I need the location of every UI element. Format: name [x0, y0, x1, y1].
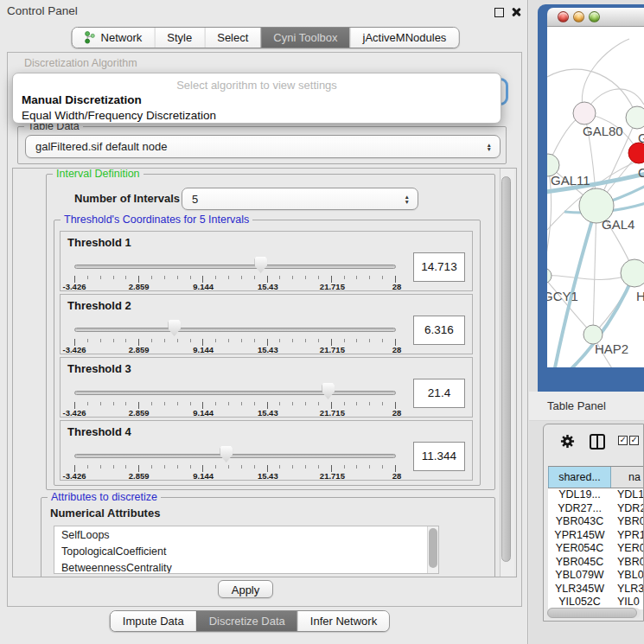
combo-spinner-icon: ▲▼	[487, 142, 492, 151]
node-gal80[interactable]	[573, 102, 596, 124]
list-scrollbar[interactable]	[427, 526, 438, 573]
tab-cyni-toolbox-label: Cyni Toolbox	[273, 31, 337, 44]
combo-spinner-icon: ▲▼	[405, 194, 410, 204]
slider-thumb[interactable]	[220, 446, 233, 462]
threshold-2-slider[interactable]: -3.426 2.859 9.144 15.43 21.715 28	[74, 321, 397, 354]
threshold-4-slider[interactable]: -3.426 2.859 9.144 15.43 21.715 28	[74, 447, 397, 480]
threshold-3-value-field[interactable]: 21.4	[413, 379, 465, 408]
node-h[interactable]	[621, 259, 644, 287]
column-header-name[interactable]: na	[611, 467, 644, 488]
settings-scrollbar[interactable]	[500, 169, 514, 577]
list-item[interactable]: SelfLoops	[54, 526, 438, 543]
node-label-hap2: HAP2	[595, 341, 628, 356]
network-view-window[interactable]: GAL80 GAL11 GAL4 GCY1 HAP2 G C H	[538, 4, 644, 392]
tab-infer-network[interactable]: Infer Network	[297, 611, 389, 631]
tab-select[interactable]: Select	[204, 28, 260, 48]
discretization-settings-panel: Interval Definition Number of Intervals …	[12, 168, 517, 577]
tab-cyni-toolbox[interactable]: Cyni Toolbox	[260, 28, 349, 48]
minimize-traffic-light-icon[interactable]	[573, 11, 584, 22]
threshold-4-label: Threshold 4	[67, 425, 131, 438]
node-attribute-table: shared... na YDL19...YDL1 YDR27...YDR2 Y…	[548, 466, 644, 609]
tab-style-label: Style	[167, 31, 192, 44]
number-of-intervals-combo[interactable]: 5 ▲▼	[182, 188, 418, 210]
slider-track[interactable]	[74, 328, 396, 332]
float-window-icon[interactable]	[494, 8, 504, 17]
threshold-2-panel: Threshold 2 -3.426 2.859 9.144 15.43 21.…	[60, 294, 473, 354]
apply-button[interactable]: Apply	[218, 580, 273, 598]
table-row[interactable]: YPR145WYPR1	[548, 529, 644, 543]
table-row[interactable]: YBR043CYBR0	[548, 515, 644, 529]
list-item[interactable]: TopologicalCoefficient	[54, 543, 438, 559]
numerical-attributes-label: Numerical Attributes	[50, 507, 160, 520]
table-row[interactable]: YBR045CYBR0	[548, 556, 644, 570]
application-window: Control Panel Network Style	[0, 0, 644, 644]
slider-thumb[interactable]	[254, 257, 267, 273]
table-horizontal-scrollbar[interactable]	[547, 608, 641, 618]
interval-definition-group-title: Interval Definition	[53, 168, 143, 180]
node-label-partial-h: H	[636, 289, 644, 303]
table-row[interactable]: YER054CYER0	[548, 542, 644, 556]
algorithm-option-manual-discretization[interactable]: Manual Discretization	[22, 93, 142, 106]
slider-thumb[interactable]	[322, 383, 335, 399]
network-window-titlebar[interactable]	[547, 8, 644, 27]
numerical-attributes-list[interactable]: SelfLoops TopologicalCoefficient Between…	[54, 526, 439, 574]
algorithm-option-equal-width-frequency[interactable]: Equal Width/Frequency Discretization	[22, 109, 216, 122]
control-panel-title: Control Panel	[7, 4, 78, 17]
gear-icon[interactable]	[560, 434, 575, 449]
network-graph: GAL80 GAL11 GAL4 GCY1 HAP2 G C H	[547, 27, 644, 367]
slider-tick-labels: -3.426 2.859 9.144 15.43 21.715 28	[74, 282, 397, 292]
threshold-1-slider[interactable]: -3.426 2.859 9.144 15.43 21.715 28	[74, 258, 397, 290]
network-canvas[interactable]: GAL80 GAL11 GAL4 GCY1 HAP2 G C H	[547, 27, 644, 367]
tab-network[interactable]: Network	[73, 28, 155, 48]
threshold-4-panel: Threshold 4 -3.426 2.859 9.144 15.43 21.…	[60, 420, 473, 481]
node-selected-red[interactable]	[628, 143, 644, 163]
threshold-2-label: Threshold 2	[67, 299, 131, 312]
column-header-shared-name[interactable]: shared...	[548, 467, 611, 488]
tab-network-label: Network	[101, 31, 143, 44]
slider-thumb[interactable]	[168, 320, 181, 336]
threshold-3-panel: Threshold 3 -3.426 2.859 9.144 15.43 21.…	[60, 357, 473, 418]
tab-jactivemnodules[interactable]: jActiveMNodules	[350, 28, 459, 48]
table-horizontal-scrollbar-thumb[interactable]	[547, 608, 637, 618]
tab-style[interactable]: Style	[154, 28, 204, 48]
zoom-traffic-light-icon[interactable]	[589, 11, 600, 22]
threshold-1-value-field[interactable]: 14.713	[413, 252, 465, 282]
table-row[interactable]: YBL079WYBL0	[548, 569, 644, 583]
node-label-partial-g: G	[638, 131, 644, 145]
network-icon	[85, 31, 96, 44]
cyni-bottom-tabbar: Impute Data Discretize Data Infer Networ…	[110, 610, 390, 632]
table-panel-title: Table Panel	[547, 399, 606, 412]
list-item[interactable]: BetweennessCentrality	[54, 559, 438, 574]
threshold-4-value-field[interactable]: 11.344	[413, 442, 465, 471]
slider-tick-labels: -3.426 2.859 9.144 15.43 21.715 28	[74, 408, 397, 418]
threshold-1-panel: Threshold 1 -3.426 2.859 9.144 15.43 21.…	[60, 231, 473, 291]
slider-tick-labels: -3.426 2.859 9.144 15.43 21.715 28	[74, 345, 397, 355]
node-gcy1[interactable]	[547, 268, 552, 284]
threshold-2-value-field[interactable]: 6.316	[413, 316, 465, 345]
control-panel-titlebar: Control Panel	[0, 0, 527, 22]
thresholds-group-title: Threshold's Coordinates for 5 Intervals	[61, 214, 252, 226]
node-clipped-top-right[interactable]	[626, 106, 644, 129]
interval-definition-group: Interval Definition Number of Intervals …	[46, 174, 495, 490]
tab-impute-data[interactable]: Impute Data	[111, 611, 196, 631]
slider-track[interactable]	[74, 454, 396, 458]
checkbox-icon[interactable]	[618, 436, 628, 445]
split-columns-icon[interactable]	[590, 434, 605, 450]
close-window-icon[interactable]	[511, 7, 521, 17]
tab-impute-data-label: Impute Data	[123, 615, 184, 628]
table-row[interactable]: YLR345WYLR3	[548, 583, 644, 596]
list-scrollbar-thumb[interactable]	[429, 528, 437, 568]
attributes-group-title: Attributes to discretize	[48, 491, 161, 503]
slider-track[interactable]	[74, 265, 396, 269]
tab-discretize-data[interactable]: Discretize Data	[196, 611, 297, 631]
table-row[interactable]: YDL19...YDL1	[548, 488, 644, 502]
node-label-gal80: GAL80	[583, 124, 623, 138]
table-row[interactable]: YDR27...YDR2	[548, 502, 644, 516]
table-panel: shared... na YDL19...YDL1 YDR27...YDR2 Y…	[543, 424, 644, 622]
threshold-3-slider[interactable]: -3.426 2.859 9.144 15.43 21.715 28	[74, 384, 397, 417]
close-traffic-light-icon[interactable]	[558, 11, 569, 22]
settings-scrollbar-thumb[interactable]	[501, 176, 511, 562]
checkbox-icon[interactable]	[629, 436, 639, 445]
table-data-combo[interactable]: galFiltered.sif default node ▲▼	[25, 135, 501, 158]
slider-track[interactable]	[74, 391, 396, 395]
